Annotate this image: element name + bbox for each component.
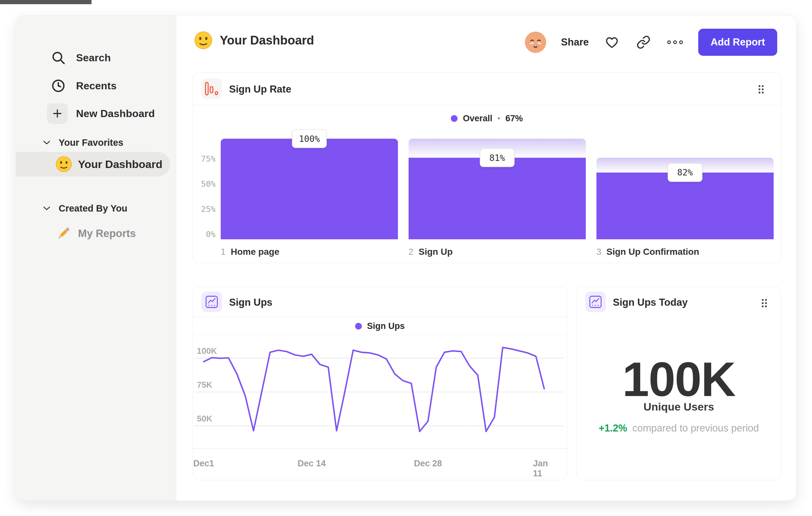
smiley-emoji	[55, 156, 72, 172]
sidebar-item-label: Search	[76, 52, 111, 64]
stat-delta-row: +1.2% compared to previous period	[577, 423, 781, 434]
section-label: Your Favorites	[59, 137, 123, 148]
funnel-bar[interactable]: 82%	[597, 139, 774, 239]
stat-delta: +1.2%	[599, 423, 627, 434]
funnel-conversion-badge: 82%	[668, 163, 702, 182]
app-window: Search Recents New D	[16, 15, 796, 501]
drag-handle-icon[interactable]	[761, 298, 768, 308]
chevron-down-icon	[43, 206, 50, 211]
heart-icon[interactable]	[604, 34, 620, 51]
funnel-bar-fill	[221, 139, 398, 239]
funnel-x-axis: 1Home page2Sign Up3Sign Up Confirmation	[221, 247, 774, 257]
funnel-y-tick-label: 75%	[197, 154, 215, 164]
sidebar-section-created-by-you[interactable]: Created By You	[43, 201, 127, 215]
legend-value: 67%	[505, 113, 523, 124]
pencil-emoji	[55, 225, 71, 242]
line-chart-icon	[585, 292, 606, 312]
main-header: Your Dashboard Share	[176, 16, 796, 70]
add-report-button[interactable]: Add Report	[698, 29, 777, 56]
signups-line-series	[193, 287, 567, 480]
stat-label: Unique Users	[577, 401, 781, 413]
background-window-edge	[0, 0, 91, 4]
funnel-y-tick-label: 25%	[197, 205, 215, 214]
funnel-plot: 100%81%82%	[221, 139, 774, 239]
funnel-bar[interactable]: 81%	[409, 139, 586, 239]
funnel-conversion-badge: 81%	[480, 148, 515, 167]
link-icon[interactable]	[635, 34, 652, 51]
stat-delta-note: compared to previous period	[632, 423, 759, 434]
line-plot: 100K75K50KDec1Dec 14Dec 28Jan 11	[193, 287, 567, 480]
funnel-category-label: 3Sign Up Confirmation	[597, 247, 774, 257]
funnel-y-tick-label: 50%	[197, 179, 215, 189]
sidebar-item-your-dashboard[interactable]: Your Dashboard	[16, 152, 170, 176]
avatar[interactable]	[525, 32, 546, 53]
chevron-down-icon	[43, 140, 50, 145]
sidebar-item-search[interactable]: Search	[16, 46, 176, 70]
funnel-y-tick-label: 0%	[197, 229, 215, 239]
funnel-category-label: 2Sign Up	[409, 247, 586, 257]
smiley-emoji	[194, 31, 213, 50]
sidebar-item-label: Recents	[76, 80, 117, 92]
funnel-category-number: 2	[409, 247, 413, 257]
sidebar-item-label: New Dashboard	[76, 108, 155, 120]
sidebar-item-my-reports[interactable]: My Reports	[55, 224, 136, 243]
funnel-category-number: 3	[597, 247, 601, 257]
card-title: Sign Ups Today	[613, 297, 688, 308]
legend-label: Overall	[463, 113, 492, 124]
sidebar-item-new-dashboard[interactable]: New Dashboard	[16, 101, 176, 126]
card-header: Sign Up Rate	[193, 73, 781, 105]
drag-handle-icon[interactable]	[758, 84, 765, 94]
ellipsis-icon[interactable]	[667, 34, 684, 51]
header-actions: Share Add Report	[525, 28, 777, 56]
funnel-category-name: Home page	[231, 247, 279, 257]
section-label: Created By You	[59, 203, 127, 214]
sidebar-item-label: My Reports	[78, 227, 136, 240]
legend-dot	[451, 115, 458, 122]
app-root: Search Recents New D	[0, 0, 812, 516]
funnel-bar[interactable]: 100%	[221, 139, 398, 239]
divider	[193, 105, 781, 105]
funnel-category-name: Sign Up Confirmation	[606, 247, 699, 257]
funnel-category-label: 1Home page	[221, 247, 398, 257]
share-button[interactable]: Share	[561, 36, 589, 48]
funnel-legend: Overall • 67%	[193, 111, 781, 126]
sidebar-item-label: Your Dashboard	[78, 158, 163, 171]
sign-ups-card: Sign Ups Sign Ups 100K75K50KDec1Dec 14De…	[193, 287, 567, 480]
funnel-conversion-badge: 100%	[292, 129, 327, 148]
sidebar-section-your-favorites[interactable]: Your Favorites	[43, 135, 123, 150]
card-header: Sign Ups Today	[577, 287, 781, 317]
funnel-category-number: 1	[221, 247, 226, 257]
search-icon	[47, 47, 69, 69]
sidebar: Search Recents New D	[16, 16, 176, 500]
card-title: Sign Up Rate	[229, 84, 291, 95]
legend-separator: •	[497, 114, 500, 123]
page-title-wrap: Your Dashboard	[194, 31, 314, 50]
stat-value: 100K	[577, 352, 781, 407]
funnel-bar-fill	[409, 158, 586, 239]
plus-icon	[46, 102, 69, 125]
clock-icon	[47, 75, 69, 97]
sidebar-item-recents[interactable]: Recents	[16, 74, 176, 98]
funnel-bar-fill	[597, 172, 774, 239]
bar-chart-icon	[201, 78, 222, 99]
page-title: Your Dashboard	[220, 33, 314, 47]
funnel-category-name: Sign Up	[418, 247, 453, 257]
sign-up-rate-card: Sign Up Rate Overall • 67% 75%50%25%0% 1…	[193, 72, 781, 263]
sign-ups-today-card: Sign Ups Today 100K Unique Users +1.2% c…	[576, 287, 781, 480]
